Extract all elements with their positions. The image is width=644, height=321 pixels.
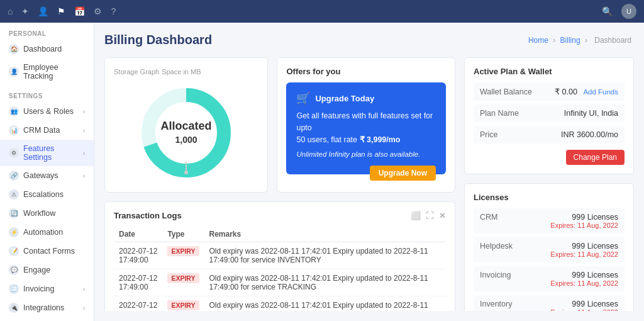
storage-card: Storage GraphSpace in MB	[104, 57, 268, 193]
license-row: Inventory 999 Licenses Expires: 11 Aug, …	[474, 295, 625, 311]
plan-row-wallet: Wallet Balance ₹ 0.00 Add Funds	[474, 82, 625, 101]
sidebar-item-crm-data[interactable]: 📊 CRM Data ›	[0, 121, 94, 140]
transactions-table: Date Type Remarks 2022-07-12 17:49:00 EX…	[114, 227, 446, 311]
sidebar-item-features-settings[interactable]: ⚙ Features Settings ›	[0, 140, 94, 166]
sidebar-item-label: Gateways	[23, 171, 58, 180]
person-icon[interactable]: 👤	[38, 6, 48, 16]
dashboard-icon: 🏠	[9, 44, 19, 54]
table-row: 2022-07-12 17:49:00 EXPIRY Old expiry wa…	[114, 269, 446, 296]
donut-chart: Allocated 1,000	[136, 82, 236, 183]
svg-text:1,000: 1,000	[175, 135, 197, 145]
page-header: Billing Dashboard Home › Billing › Dashb…	[104, 33, 634, 47]
svg-point-2	[157, 104, 215, 162]
chevron-icon: ›	[83, 172, 85, 179]
chevron-icon: ›	[83, 108, 85, 115]
contact-forms-icon: 📝	[9, 246, 19, 256]
storage-card-title: Storage GraphSpace in MB	[114, 67, 258, 76]
sidebar-item-employee-tracking[interactable]: 👤 Employee Tracking	[0, 59, 94, 85]
sidebar-item-label: Integrations	[23, 303, 64, 312]
offer-unlimited: Unlimited Infinity plan is also availabl…	[296, 150, 436, 158]
sidebar-item-label: CRM Data	[23, 126, 60, 135]
plan-card: Active Plan & Wallet Wallet Balance ₹ 0.…	[464, 57, 634, 174]
help-icon[interactable]: ?	[111, 6, 116, 16]
sidebar-item-integrations[interactable]: 🔌 Integrations ›	[0, 298, 94, 317]
cell-type: EXPIRY	[162, 242, 204, 269]
sidebar-section-settings: SETTINGS	[0, 85, 94, 102]
sidebar-item-label: Invoicing	[23, 284, 54, 293]
offers-title: Offers for you	[286, 67, 446, 76]
upgrade-now-button[interactable]: Upgrade Now	[370, 166, 436, 181]
sidebar-item-engage[interactable]: 💬 Engage	[0, 261, 94, 279]
col-remarks: Remarks	[204, 227, 446, 242]
sidebar-item-label: Features Settings	[23, 144, 79, 162]
change-plan-button[interactable]: Change Plan	[566, 150, 625, 165]
plan-row-name: Plan Name Infinity UI, India	[474, 104, 625, 122]
center-col: Storage GraphSpace in MB	[104, 57, 455, 311]
license-row: CRM 999 Licenses Expires: 11 Aug, 2022	[474, 208, 625, 234]
full-layout: Storage GraphSpace in MB	[104, 57, 634, 311]
cell-remarks: Old expiry was 2022-08-11 17:42:01 Expir…	[204, 269, 446, 296]
crm-icon: 📊	[9, 125, 19, 135]
flag-icon[interactable]: ⚑	[57, 6, 65, 16]
license-row: Invoicing 999 Licenses Expires: 11 Aug, …	[474, 266, 625, 291]
offer-desc: Get all features with full features set …	[296, 110, 436, 145]
page-title: Billing Dashboard	[104, 33, 212, 47]
search-icon[interactable]: 🔍	[602, 6, 613, 16]
offer-price: ₹ 3,999/mo	[360, 135, 401, 144]
cell-date: 2022-07-12	[114, 296, 162, 312]
settings-icon[interactable]: ⚙	[94, 6, 102, 16]
users-icon: 👥	[9, 106, 19, 116]
col-type: Type	[162, 227, 204, 242]
upgrade-label: Upgrade Today	[315, 94, 374, 103]
transactions-controls: ⬜ ⛶ ✕	[411, 211, 446, 220]
employee-icon: 👤	[9, 67, 19, 77]
breadcrumb-sep2: ›	[585, 36, 589, 45]
close-icon[interactable]: ✕	[439, 211, 446, 220]
chevron-icon: ›	[83, 305, 85, 312]
sidebar-item-label: Dashboard	[23, 45, 62, 54]
add-funds-link[interactable]: Add Funds	[583, 88, 618, 96]
integrations-icon: 🔌	[9, 303, 19, 313]
gateways-icon: 🔗	[9, 171, 19, 181]
sidebar-item-workflow[interactable]: 🔄 Workflow	[0, 204, 94, 223]
resize-icon[interactable]: ⬜	[411, 211, 421, 220]
breadcrumb-billing[interactable]: Billing	[560, 36, 580, 45]
col-date: Date	[114, 227, 162, 242]
home-icon[interactable]: ⌂	[8, 6, 13, 16]
chevron-icon: ›	[83, 150, 85, 157]
star-icon[interactable]: ✦	[21, 6, 29, 16]
chevron-icon: ›	[83, 286, 85, 293]
automation-icon: ⚡	[9, 227, 19, 237]
licenses-card: Licenses CRM 999 Licenses Expires: 11 Au…	[464, 183, 634, 311]
engage-icon: 💬	[9, 265, 19, 275]
sidebar-item-developers[interactable]: 💻 Developers ›	[0, 317, 94, 321]
calendar-icon[interactable]: 📅	[74, 6, 85, 16]
breadcrumb-home[interactable]: Home	[528, 36, 548, 45]
plan-card-title: Active Plan & Wallet	[474, 67, 625, 76]
transactions-title: Transaction Logs	[114, 211, 182, 220]
content-area: Billing Dashboard Home › Billing › Dashb…	[94, 23, 644, 321]
sidebar-item-invoicing[interactable]: 🧾 Invoicing ›	[0, 279, 94, 298]
cell-type: EXPIRY	[162, 269, 204, 296]
sidebar-item-contact-forms[interactable]: 📝 Contact Forms	[0, 242, 94, 261]
table-row: 2022-07-12 EXPIRY Old expiry was 2022-08…	[114, 296, 446, 312]
sidebar-item-automation[interactable]: ⚡ Automation	[0, 223, 94, 242]
sidebar-item-gateways[interactable]: 🔗 Gateways ›	[0, 166, 94, 185]
offers-card: Offers for you 🛒 Upgrade Today Get all f…	[277, 57, 455, 193]
cell-type: EXPIRY	[162, 296, 204, 312]
sidebar-item-dashboard[interactable]: 🏠 Dashboard	[0, 40, 94, 59]
sidebar-item-escalations[interactable]: ⚠ Escalations	[0, 185, 94, 204]
sidebar-item-users-roles[interactable]: 👥 Users & Roles ›	[0, 102, 94, 121]
sidebar-item-label: Employee Tracking	[23, 63, 85, 81]
chevron-icon: ›	[83, 127, 85, 134]
avatar[interactable]: U	[621, 4, 636, 19]
sidebar-item-label: Escalations	[23, 190, 64, 199]
cell-remarks: Old expiry was 2022-08-11 17:42:01 Expir…	[204, 242, 446, 269]
sidebar-item-label: Contact Forms	[23, 247, 75, 256]
sidebar: PERSONAL 🏠 Dashboard 👤 Employee Tracking…	[0, 23, 94, 321]
licenses-list: CRM 999 Licenses Expires: 11 Aug, 2022 H…	[474, 208, 625, 311]
expand-icon[interactable]: ⛶	[426, 211, 434, 220]
invoicing-icon: 🧾	[9, 284, 19, 294]
features-icon: ⚙	[9, 148, 19, 158]
sidebar-item-label: Workflow	[23, 209, 55, 218]
